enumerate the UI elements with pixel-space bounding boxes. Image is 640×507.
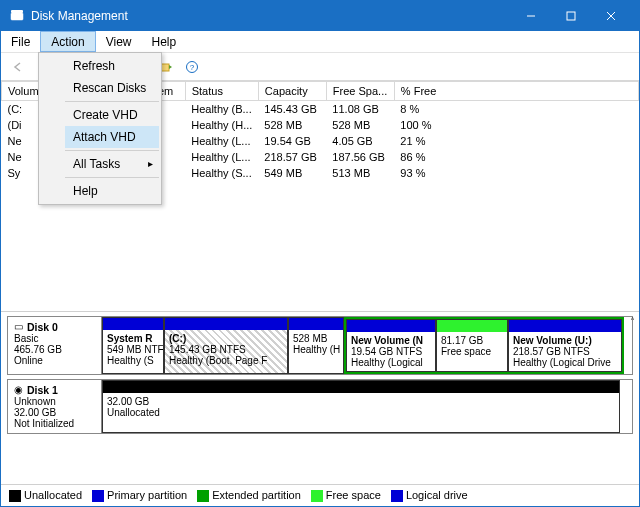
disk-row: ▭Disk 0Basic465.76 GBOnlineSystem R549 M… — [7, 316, 633, 375]
menu-separator — [65, 150, 159, 151]
partition-status: Healthy (Logical Drive — [513, 357, 611, 368]
disk-type: Basic — [14, 333, 38, 344]
menu-help[interactable]: Help — [142, 31, 187, 52]
disk-graphical-area: ˄ ▭Disk 0Basic465.76 GBOnlineSystem R549… — [1, 311, 639, 434]
partition[interactable]: System R549 MB NTFSHealthy (S — [102, 317, 164, 374]
legend-free: Free space — [311, 489, 381, 502]
svg-rect-3 — [567, 12, 575, 20]
window-title: Disk Management — [31, 9, 511, 23]
cell-pct: 21 % — [394, 133, 638, 149]
cell-free: 513 MB — [326, 165, 394, 181]
scroll-up-icon[interactable]: ˄ — [630, 316, 635, 327]
legend-unallocated: Unallocated — [9, 489, 82, 502]
cell-status: Healthy (L... — [185, 149, 258, 165]
menu-attach-vhd[interactable]: Attach VHD — [65, 126, 159, 148]
maximize-button[interactable] — [551, 1, 591, 31]
partition-container: 32.00 GBUnallocated — [102, 380, 632, 433]
partition[interactable]: 32.00 GBUnallocated — [102, 380, 620, 433]
close-button[interactable] — [591, 1, 631, 31]
cell-free: 11.08 GB — [326, 101, 394, 118]
col-status[interactable]: Status — [185, 82, 258, 101]
cell-pct: 100 % — [394, 117, 638, 133]
cell-cap: 528 MB — [258, 117, 326, 133]
svg-rect-1 — [11, 10, 23, 13]
partition-size: 528 MB — [293, 333, 327, 344]
col-freespace[interactable]: Free Spa... — [326, 82, 394, 101]
cell-free: 187.56 GB — [326, 149, 394, 165]
partition-status: Healthy (H — [293, 344, 340, 355]
partition-title: (C:) — [169, 333, 186, 344]
menubar: File Action View Help — [1, 31, 639, 53]
cell-status: Healthy (L... — [185, 133, 258, 149]
partition-title: System R — [107, 333, 153, 344]
partition-title: New Volume (U:) — [513, 335, 592, 346]
partition[interactable]: New Volume (N19.54 GB NTFSHealthy (Logic… — [346, 319, 436, 372]
cell-free: 4.05 GB — [326, 133, 394, 149]
help-icon[interactable]: ? — [181, 56, 203, 78]
legend-primary: Primary partition — [92, 489, 187, 502]
partition-status: Unallocated — [107, 407, 160, 418]
action-dropdown: Refresh Rescan Disks Create VHD Attach V… — [38, 52, 162, 205]
partition-size: 19.54 GB NTFS — [351, 346, 422, 357]
partition-status: Healthy (Boot, Page F — [169, 355, 267, 366]
disk-row: ◉Disk 1Unknown32.00 GBNot Initialized32.… — [7, 379, 633, 434]
menu-help[interactable]: Help — [65, 180, 159, 202]
disk-header[interactable]: ◉Disk 1Unknown32.00 GBNot Initialized — [8, 380, 102, 433]
disk-name: Disk 0 — [27, 321, 58, 333]
partition-color-bar — [103, 381, 619, 393]
svg-text:?: ? — [190, 63, 195, 72]
extended-partition-group: New Volume (N19.54 GB NTFSHealthy (Logic… — [344, 317, 624, 374]
partition-color-bar — [165, 318, 287, 330]
partition-size: 32.00 GB — [107, 396, 149, 407]
cell-pct: 86 % — [394, 149, 638, 165]
partition-size: 218.57 GB NTFS — [513, 346, 590, 357]
menu-create-vhd[interactable]: Create VHD — [65, 104, 159, 126]
disk-status: Not Initialized — [14, 418, 74, 429]
partition-color-bar — [437, 320, 507, 332]
partition-status: Free space — [441, 346, 491, 357]
minimize-button[interactable] — [511, 1, 551, 31]
menu-view[interactable]: View — [96, 31, 142, 52]
menu-refresh[interactable]: Refresh — [65, 55, 159, 77]
partition[interactable]: 528 MBHealthy (H — [288, 317, 344, 374]
disk-size: 32.00 GB — [14, 407, 56, 418]
partition-title: New Volume (N — [351, 335, 423, 346]
cell-status: Healthy (H... — [185, 117, 258, 133]
disk-status: Online — [14, 355, 43, 366]
partition[interactable]: 81.17 GBFree space — [436, 319, 508, 372]
partition-status: Healthy (S — [107, 355, 154, 366]
partition-size: 81.17 GB — [441, 335, 483, 346]
chevron-right-icon: ▸ — [148, 158, 153, 169]
cell-pct: 8 % — [394, 101, 638, 118]
cell-pct: 93 % — [394, 165, 638, 181]
disk-type: Unknown — [14, 396, 56, 407]
menu-action[interactable]: Action — [40, 31, 95, 52]
svg-rect-0 — [11, 13, 23, 20]
app-icon — [9, 8, 25, 24]
partition-color-bar — [289, 318, 343, 330]
menu-file[interactable]: File — [1, 31, 40, 52]
partition-container: System R549 MB NTFSHealthy (S(C:)145.43 … — [102, 317, 632, 374]
disk-header[interactable]: ▭Disk 0Basic465.76 GBOnline — [8, 317, 102, 374]
menu-separator — [65, 101, 159, 102]
menu-all-tasks[interactable]: All Tasks▸ — [65, 153, 159, 175]
menu-rescan-disks[interactable]: Rescan Disks — [65, 77, 159, 99]
col-capacity[interactable]: Capacity — [258, 82, 326, 101]
cell-free: 528 MB — [326, 117, 394, 133]
col-pctfree[interactable]: % Free — [394, 82, 638, 101]
cell-cap: 549 MB — [258, 165, 326, 181]
disk-icon: ◉ — [14, 384, 23, 395]
back-button[interactable] — [7, 56, 29, 78]
legend-extended: Extended partition — [197, 489, 301, 502]
partition[interactable]: New Volume (U:)218.57 GB NTFSHealthy (Lo… — [508, 319, 622, 372]
cell-status: Healthy (B... — [185, 101, 258, 118]
legend: Unallocated Primary partition Extended p… — [1, 484, 639, 506]
cell-cap: 218.57 GB — [258, 149, 326, 165]
partition-color-bar — [103, 318, 163, 330]
partition-color-bar — [509, 320, 621, 332]
legend-logical: Logical drive — [391, 489, 468, 502]
disk-size: 465.76 GB — [14, 344, 62, 355]
partition[interactable]: (C:)145.43 GB NTFSHealthy (Boot, Page F — [164, 317, 288, 374]
partition-status: Healthy (Logical — [351, 357, 423, 368]
cell-status: Healthy (S... — [185, 165, 258, 181]
